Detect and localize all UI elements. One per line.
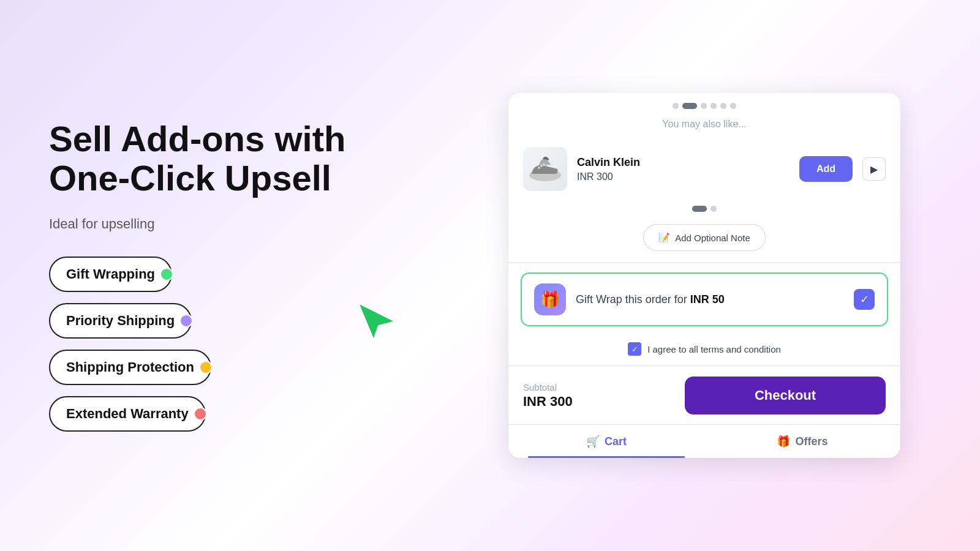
tag-priority-shipping[interactable]: Priority Shipping (49, 303, 192, 339)
svg-point-3 (543, 163, 545, 166)
cart-widget: You may also like... Calvin Klein INR 30… (508, 93, 900, 458)
main-heading: Sell Add-ons with One-Click Upsell (49, 119, 392, 198)
subtotal-amount: INR 300 (523, 394, 675, 410)
dot-b-1 (692, 206, 707, 212)
tag-extended-warranty[interactable]: Extended Warranty (49, 396, 206, 432)
product-row: Calvin Klein INR 300 Add ▶ (508, 138, 900, 200)
add-product-button[interactable]: Add (799, 156, 853, 182)
gift-wrap-checkbox[interactable]: ✓ (854, 289, 875, 310)
cursor-arrow-icon (355, 300, 398, 343)
tab-offers[interactable]: 🎁 Offers (704, 425, 900, 458)
tab-cart[interactable]: 🛒 Cart (508, 425, 704, 458)
dot-1 (673, 103, 679, 109)
product-thumbnail (523, 147, 567, 191)
gift-wrap-row: 🎁 Gift Wrap this order for INR 50 ✓ (521, 272, 888, 326)
dot-6 (730, 103, 736, 109)
product-info: Calvin Klein INR 300 (577, 156, 790, 182)
offers-icon: 🎁 (777, 435, 790, 448)
add-optional-note-button[interactable]: 📝 Add Optional Note (643, 224, 766, 251)
separator-1 (508, 262, 900, 263)
right-panel: You may also like... Calvin Klein INR 30… (502, 0, 907, 551)
cart-icon: 🛒 (586, 435, 600, 448)
gift-icon: 🎁 (534, 283, 566, 315)
tag-shipping-protection[interactable]: Shipping Protection (49, 350, 211, 385)
tag-gift-wrapping[interactable]: Gift Wrapping (49, 257, 172, 292)
dot-5 (720, 103, 726, 109)
checkout-button[interactable]: Checkout (685, 377, 886, 414)
you-may-like-label: You may also like... (508, 115, 900, 138)
terms-row: ✓ I agree to all terms and condition (508, 336, 900, 365)
subtotal-section: Subtotal INR 300 (523, 382, 675, 410)
subtitle: Ideal for upselling (49, 216, 392, 232)
terms-checkbox[interactable]: ✓ (628, 342, 641, 356)
pagination-dots-top (508, 93, 900, 115)
dot-2 (682, 103, 697, 109)
subtotal-label: Subtotal (523, 382, 675, 392)
pagination-dots-bottom (508, 200, 900, 218)
gift-wrap-text: Gift Wrap this order for INR 50 (576, 293, 844, 306)
terms-text: I agree to all terms and condition (647, 344, 781, 354)
svg-point-2 (540, 165, 543, 167)
dot-4 (710, 103, 717, 109)
product-price: INR 300 (577, 171, 790, 182)
note-icon: 📝 (658, 232, 670, 243)
dot-b-2 (710, 206, 717, 212)
svg-point-1 (538, 167, 540, 169)
next-arrow-button[interactable]: ▶ (862, 157, 886, 181)
tag-list: Gift Wrapping Priority Shipping Shipping… (49, 257, 392, 432)
product-name: Calvin Klein (577, 156, 790, 169)
tab-bar: 🛒 Cart 🎁 Offers (508, 424, 900, 458)
dot-3 (701, 103, 707, 109)
left-panel: Sell Add-ons with One-Click Upsell Ideal… (0, 0, 441, 551)
bottom-row: Subtotal INR 300 Checkout (508, 366, 900, 424)
